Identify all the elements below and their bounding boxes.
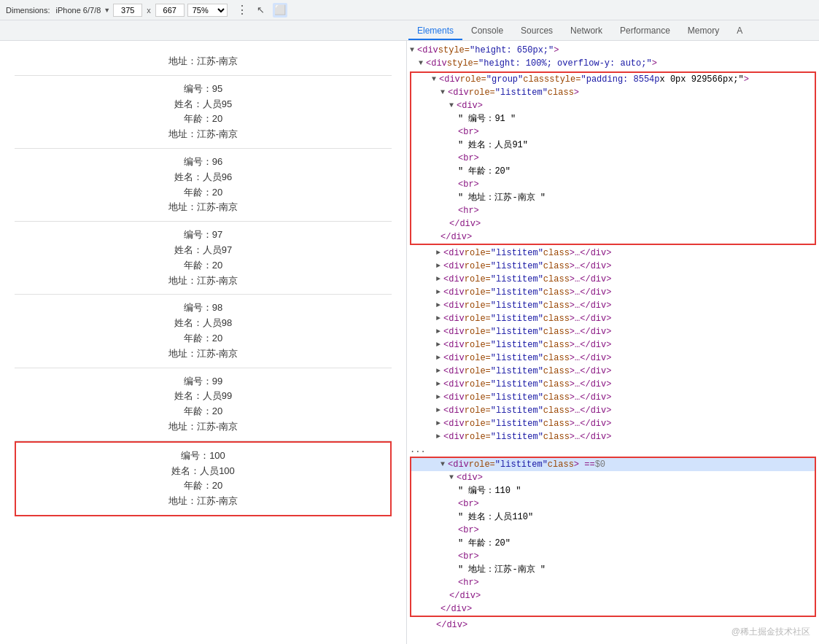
tree-line[interactable]: ► <div role="listitem" class>…</div>: [407, 417, 819, 430]
attr-value: "listitem": [491, 352, 543, 364]
expand-triangle[interactable]: ►: [436, 431, 443, 443]
attr-value: "listitem": [491, 418, 543, 430]
tree-line[interactable]: " 年龄：20": [411, 165, 815, 178]
expand-triangle[interactable]: ▼: [432, 74, 439, 85]
tree-line[interactable]: " 地址：江苏-南京 ": [411, 563, 815, 576]
height-input[interactable]: [155, 4, 185, 17]
expand-triangle[interactable]: ►: [436, 405, 443, 416]
expand-triangle[interactable]: ▼: [449, 472, 457, 484]
tree-line[interactable]: </div>: [411, 230, 815, 244]
tree-line[interactable]: ► <div role="listitem" class>…</div>: [407, 365, 819, 378]
expand-triangle[interactable]: ►: [436, 273, 443, 285]
tree-line[interactable]: ► <div role="listitem" class>…</div>: [407, 312, 819, 325]
expand-triangle[interactable]: ►: [436, 247, 443, 259]
tree-line[interactable]: ► <div role="listitem" class>…</div>: [407, 247, 819, 260]
html-tag: <div: [443, 287, 465, 298]
device-frame-icon[interactable]: ⬜: [273, 3, 287, 18]
expand-triangle[interactable]: ►: [436, 379, 443, 390]
tree-line[interactable]: ► <div role="listitem" class>…</div>: [407, 273, 819, 286]
expand-triangle[interactable]: ▼: [440, 459, 448, 470]
html-tag: >…</div>: [570, 418, 612, 430]
tree-line[interactable]: </div>: [411, 602, 815, 616]
tree-line[interactable]: ► <div role="listitem" class>…</div>: [407, 391, 819, 404]
html-tag: <hr>: [458, 205, 479, 217]
expand-triangle[interactable]: ►: [436, 392, 443, 403]
html-tag: <div: [443, 273, 465, 285]
expand-triangle[interactable]: ▼: [440, 87, 448, 98]
expand-triangle[interactable]: ►: [436, 352, 443, 364]
tree-line[interactable]: ▼ <div>: [411, 471, 815, 484]
tree-line[interactable]: <br>: [411, 152, 815, 165]
tree-line[interactable]: ► <div role="listitem" class>…</div>: [407, 378, 819, 391]
tree-line[interactable]: ► <div role="listitem" class>…</div>: [407, 299, 819, 312]
tree-line[interactable]: ► <div role="listitem" class>…</div>: [407, 260, 819, 273]
expand-triangle[interactable]: ►: [436, 339, 443, 351]
tab-performance[interactable]: Performance: [611, 23, 679, 40]
expand-triangle[interactable]: ▼: [419, 58, 426, 69]
cursor-icon[interactable]: ↖: [254, 3, 268, 18]
attr-name: class: [543, 300, 570, 311]
tree-line[interactable]: <hr>: [411, 204, 815, 217]
devtools-tabs: Elements Console Sources Network Perform…: [0, 20, 819, 41]
expand-triangle[interactable]: ▼: [449, 100, 457, 112]
width-input[interactable]: [113, 4, 142, 17]
html-tag: >…</div>: [570, 247, 612, 259]
tab-more[interactable]: A: [728, 23, 751, 40]
selected-tree-line[interactable]: ▼ <div role="listitem" class> == $0: [411, 458, 815, 471]
tree-line[interactable]: " 编号：91 ": [411, 112, 815, 125]
html-tag: <div: [443, 313, 465, 325]
expand-triangle[interactable]: ►: [436, 326, 443, 338]
html-tag: >…</div>: [570, 300, 612, 311]
tab-elements[interactable]: Elements: [408, 23, 462, 40]
tree-line[interactable]: " 地址：江苏-南京 ": [411, 191, 815, 204]
text-node: " 年龄：20": [458, 538, 511, 549]
tree-line[interactable]: <hr>: [411, 576, 815, 589]
tree-line[interactable]: <br>: [411, 524, 815, 537]
tree-line[interactable]: ▼ <div role="listitem" class>: [411, 86, 815, 99]
phone-frame[interactable]: 地址：江苏-南京 编号：95 姓名：人员95 年龄：20 地址：江苏-南京 编号…: [0, 41, 406, 644]
tab-console[interactable]: Console: [462, 23, 512, 40]
tree-line[interactable]: ► <div role="listitem" class>…</div>: [407, 286, 819, 299]
devtools-panel[interactable]: ▼ <div style="height: 650px;"> ▼ <div st…: [407, 41, 819, 644]
expand-triangle[interactable]: ►: [436, 260, 443, 272]
tab-memory[interactable]: Memory: [679, 23, 728, 40]
tree-line[interactable]: ▼ <div style="height: 100%; overflow-y: …: [407, 57, 819, 70]
attr-name: role=: [465, 313, 491, 325]
expand-triangle[interactable]: ►: [436, 287, 443, 298]
tree-line[interactable]: ▼ <div>: [411, 99, 815, 112]
tree-line[interactable]: ▼ <div role="group" class style="padding…: [411, 73, 815, 86]
tree-line[interactable]: " 年龄：20": [411, 537, 815, 550]
tree-line[interactable]: ► <div role="listitem" class>…</div>: [407, 338, 819, 352]
dollar-zero: $0: [595, 459, 605, 470]
html-tag: >…</div>: [570, 339, 612, 351]
id-field: 编号：95: [44, 82, 362, 97]
device-dropdown-arrow[interactable]: ▼: [104, 7, 110, 14]
tree-line[interactable]: ► <div role="listitem" class>…</div>: [407, 352, 819, 365]
zoom-select[interactable]: 75% 50% 100%: [187, 4, 228, 17]
tree-line[interactable]: <br>: [411, 550, 815, 563]
expand-triangle[interactable]: ▼: [410, 44, 417, 56]
tree-line[interactable]: </div>: [411, 589, 815, 602]
tree-line[interactable]: </div>: [411, 217, 815, 230]
expand-triangle[interactable]: ►: [436, 313, 443, 325]
tab-sources[interactable]: Sources: [512, 23, 562, 40]
device-selector[interactable]: iPhone 6/7/8: [56, 6, 101, 15]
tree-line[interactable]: <br>: [411, 497, 815, 511]
html-tag: <hr>: [458, 577, 479, 589]
expand-triangle[interactable]: ►: [436, 365, 443, 377]
more-options-icon[interactable]: ⋮: [236, 3, 248, 17]
tree-line[interactable]: ▼ <div style="height: 650px;">: [407, 44, 819, 57]
tree-line[interactable]: <br>: [411, 125, 815, 139]
tree-line[interactable]: ► <div role="listitem" class>…</div>: [407, 430, 819, 443]
tree-line[interactable]: " 编号：110 ": [411, 484, 815, 497]
tab-network[interactable]: Network: [562, 23, 611, 40]
tree-line[interactable]: ► <div role="listitem" class>…</div>: [407, 325, 819, 338]
tree-line[interactable]: ► <div role="listitem" class>…</div>: [407, 404, 819, 417]
tree-line[interactable]: <br>: [411, 178, 815, 191]
tree-line[interactable]: " 姓名：人员91": [411, 139, 815, 152]
tree-line[interactable]: " 姓名：人员110": [411, 511, 815, 524]
attr-name: class: [543, 287, 570, 298]
expand-triangle[interactable]: ►: [436, 418, 443, 430]
expand-triangle[interactable]: ►: [436, 300, 443, 311]
html-tag: <div: [443, 431, 465, 443]
